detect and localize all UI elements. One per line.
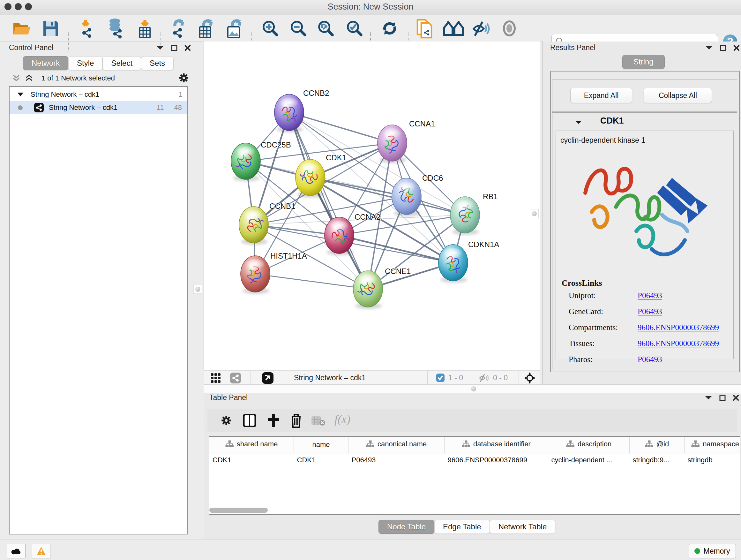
zoom-in-button[interactable] xyxy=(261,19,280,38)
function-builder-icon[interactable]: f(x) xyxy=(334,413,350,426)
expand-all-button[interactable]: Expand All xyxy=(570,88,632,103)
column-header-shared-name[interactable]: shared name xyxy=(209,437,294,453)
warnings-button[interactable] xyxy=(32,544,51,558)
crosslink-value-link[interactable]: P06493 xyxy=(637,291,662,300)
panel-float-icon[interactable] xyxy=(171,45,178,51)
crosslink-value-link[interactable]: P06493 xyxy=(637,355,662,364)
export-network-button[interactable] xyxy=(169,18,188,39)
zoom-selected-button[interactable] xyxy=(345,19,364,38)
tab-network-table[interactable]: Network Table xyxy=(490,520,556,534)
horizontal-scrollbar[interactable] xyxy=(209,508,268,513)
zoom-fit-button[interactable] xyxy=(317,19,335,38)
tab-string[interactable]: String xyxy=(622,55,665,69)
column-header-name[interactable]: name xyxy=(294,437,348,453)
left-divider-grip[interactable] xyxy=(193,285,202,294)
table-panel-title: Table Panel xyxy=(209,393,248,402)
import-network-file-button[interactable] xyxy=(77,18,97,38)
crosslink-row: Tissues:9606.ENSP00000378699 xyxy=(569,339,728,348)
zoom-out-button[interactable] xyxy=(289,19,308,38)
panel-close-icon[interactable] xyxy=(185,45,191,51)
column-header-description[interactable]: description xyxy=(548,437,630,453)
memory-button[interactable]: Memory xyxy=(689,544,736,558)
panel-collapse-icon[interactable] xyxy=(156,45,164,51)
column-header-namespace[interactable]: namespace xyxy=(684,437,741,453)
crosslink-value-link[interactable]: 9606.ENSP00000378699 xyxy=(637,339,719,348)
column-header--id[interactable]: @id xyxy=(630,437,684,453)
network-canvas[interactable]: CCNB2CCNA1CDC25BCDK1CDC6RB1CCNB1CCNA2CDK… xyxy=(204,42,540,370)
tab-sets[interactable]: Sets xyxy=(141,56,174,70)
panel-collapse-icon[interactable] xyxy=(704,395,712,400)
toolbar-divider xyxy=(284,371,284,385)
panel-close-icon[interactable] xyxy=(733,395,739,401)
panel-float-icon[interactable] xyxy=(720,45,726,51)
node-RB1[interactable]: RB1 xyxy=(450,192,498,235)
network-graph[interactable]: CCNB2CCNA1CDC25BCDK1CDC6RB1CCNB1CCNA2CDK… xyxy=(204,42,540,370)
section-expander-icon[interactable] xyxy=(575,120,583,125)
tab-node-table[interactable]: Node Table xyxy=(379,520,434,534)
fit-selected-crosshair-icon[interactable] xyxy=(524,372,536,384)
collapse-all-button[interactable]: Collapse All xyxy=(644,88,712,103)
panel-float-icon[interactable] xyxy=(719,395,726,401)
network-collection-row[interactable]: String Network – cdk1 1 xyxy=(10,87,187,101)
open-session-button[interactable] xyxy=(12,20,32,37)
node-CCNB2[interactable]: CCNB2 xyxy=(274,89,329,132)
right-divider-grip[interactable] xyxy=(530,209,539,218)
column-header-database-identifier[interactable]: database identifier xyxy=(445,437,548,453)
table-divider-strip[interactable] xyxy=(204,384,741,393)
expand-all-networks-icon[interactable] xyxy=(25,74,33,82)
results-panel: Results Panel String Expand All Collapse… xyxy=(542,42,741,384)
node-CDC25B[interactable]: CDC25B xyxy=(231,140,291,181)
panel-close-icon[interactable] xyxy=(733,45,740,51)
clone-network-button[interactable] xyxy=(415,18,434,39)
delete-column-icon[interactable] xyxy=(290,413,302,428)
edge-CCNB2-CCNA1[interactable] xyxy=(289,112,392,143)
tab-network[interactable]: Network xyxy=(23,56,68,70)
table-gear-icon[interactable] xyxy=(220,415,232,427)
export-image-button[interactable] xyxy=(225,18,245,39)
warning-icon xyxy=(36,546,46,556)
node-label-RB1: RB1 xyxy=(483,192,498,201)
crosslink-value-link[interactable]: 9606.ENSP00000378699 xyxy=(637,323,719,332)
eye-button[interactable] xyxy=(501,20,518,37)
column-tree-icon xyxy=(645,440,653,448)
node-CCNE1[interactable]: CCNE1 xyxy=(353,267,411,309)
network-share-icon[interactable] xyxy=(230,373,241,383)
import-table-button[interactable] xyxy=(135,18,154,38)
tab-style[interactable]: Style xyxy=(68,56,103,70)
save-session-button[interactable] xyxy=(42,20,59,37)
memory-label: Memory xyxy=(703,547,730,556)
network-row-selected[interactable]: String Network – cdk1 11 48 xyxy=(10,101,187,114)
show-grid-icon[interactable] xyxy=(211,373,221,383)
hidden-eye-slash-icon[interactable] xyxy=(479,374,489,382)
selected-checkbox-icon[interactable] xyxy=(436,374,445,382)
node-CDKN1A[interactable]: CDKN1A xyxy=(439,240,499,283)
table-row[interactable]: CDK1CDK1P064939606.ENSP00000378699cyclin… xyxy=(209,453,740,467)
refresh-layout-button[interactable] xyxy=(381,20,399,37)
crosslink-value-link[interactable]: P06493 xyxy=(637,307,662,316)
edge-CCNB2-CCNE1[interactable] xyxy=(289,112,368,289)
tab-select[interactable]: Select xyxy=(103,56,141,70)
show-hide-graphics-button[interactable] xyxy=(472,20,491,37)
node-HIST1H1A[interactable]: HIST1H1A xyxy=(241,252,307,294)
network-options-gear-icon[interactable] xyxy=(178,72,190,84)
node-CCNA2[interactable]: CCNA2 xyxy=(325,212,381,255)
import-network-database-button[interactable] xyxy=(105,18,126,39)
automation-button[interactable] xyxy=(7,544,25,558)
collapse-all-networks-icon[interactable] xyxy=(12,74,20,82)
birdseye-view-icon[interactable] xyxy=(262,372,273,384)
column-header-canonical-name[interactable]: canonical name xyxy=(348,437,445,453)
delete-table-icon[interactable] xyxy=(312,416,326,426)
first-neighbors-button[interactable] xyxy=(443,20,464,37)
tab-edge-table[interactable]: Edge Table xyxy=(434,520,490,534)
crosslinks-list: Uniprot:P06493GeneCard:P06493Compartment… xyxy=(569,291,728,371)
node-CDC6[interactable]: CDC6 xyxy=(392,174,443,216)
add-column-icon[interactable] xyxy=(267,413,280,428)
tree-expander-icon[interactable] xyxy=(17,92,23,97)
export-table-button[interactable] xyxy=(197,18,216,39)
panel-collapse-icon[interactable] xyxy=(705,45,713,51)
toolbar-divider xyxy=(427,371,428,385)
network-view-toolbar: String Network – cdk1 1 - 0 0 - 0 xyxy=(204,370,540,385)
node-label-CCNA2: CCNA2 xyxy=(354,212,381,221)
edge-HIST1H1A-CCNE1[interactable] xyxy=(255,274,368,289)
select-columns-icon[interactable] xyxy=(243,414,256,427)
